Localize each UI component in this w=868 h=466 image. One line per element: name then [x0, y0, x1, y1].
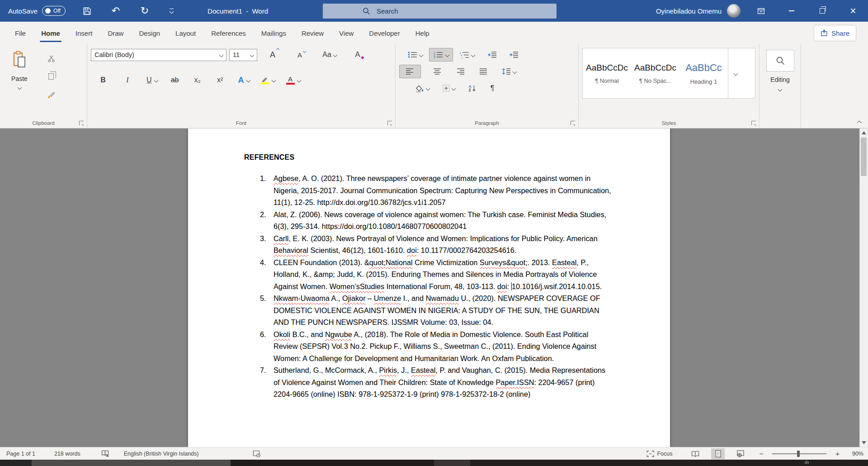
increase-indent-button[interactable] — [507, 48, 521, 62]
zoom-slider[interactable] — [772, 453, 826, 454]
tab-developer[interactable]: Developer — [361, 22, 407, 44]
scroll-up-arrow-icon[interactable] — [862, 131, 866, 134]
bullets-button[interactable] — [406, 48, 425, 62]
tab-insert[interactable]: Insert — [68, 22, 100, 44]
ribbon-display-options-icon — [757, 7, 765, 15]
redo-button[interactable]: ↻ — [135, 2, 154, 20]
focus-mode-button[interactable]: Focus — [646, 451, 672, 457]
share-button[interactable]: Share — [814, 25, 856, 41]
styles-more-button[interactable] — [728, 48, 743, 98]
tab-layout[interactable]: Layout — [168, 22, 203, 44]
tab-help[interactable]: Help — [408, 22, 437, 44]
editing-button[interactable] — [766, 50, 794, 71]
title-bar: AutoSave Off ↶ ↻ Document1 - Word Search… — [0, 0, 868, 22]
chevron-down-icon — [154, 78, 158, 82]
page-number-status[interactable]: Page 1 of 1 — [6, 451, 35, 457]
shading-button[interactable] — [413, 81, 432, 95]
italic-button[interactable]: I — [120, 73, 135, 87]
tab-label: Developer — [369, 29, 400, 37]
ribbon-display-options-button[interactable] — [750, 0, 771, 22]
tab-mailings[interactable]: Mailings — [254, 22, 294, 44]
zoom-in-button[interactable]: + — [835, 450, 840, 457]
font-size-value: 11 — [233, 51, 240, 58]
tab-references[interactable]: References — [203, 22, 254, 44]
tab-view[interactable]: View — [331, 22, 361, 44]
line-spacing-button[interactable] — [500, 65, 519, 78]
tab-review[interactable]: Review — [294, 22, 331, 44]
shrink-font-button[interactable]: A — [291, 48, 309, 62]
superscript-button[interactable]: x² — [212, 73, 228, 87]
vertical-scrollbar[interactable] — [859, 128, 868, 447]
font-color-button[interactable]: A — [284, 73, 303, 87]
bold-button[interactable]: B — [95, 73, 111, 87]
multilevel-list-icon: 1ai — [459, 51, 469, 59]
restore-button[interactable] — [812, 0, 833, 22]
borders-button[interactable] — [440, 81, 458, 95]
word-count-status[interactable]: 218 words — [54, 451, 80, 457]
tab-file[interactable]: File — [7, 22, 33, 44]
tab-design[interactable]: Design — [131, 22, 168, 44]
reference-text: Nkwam-Uwaoma A., Ojiakor – Umenze I., an… — [274, 292, 613, 328]
font-name-select[interactable]: Calibri (Body) — [91, 49, 226, 61]
avatar[interactable] — [727, 4, 741, 18]
tab-draw[interactable]: Draw — [100, 22, 131, 44]
strikethrough-button[interactable]: ab — [167, 73, 183, 87]
collapse-ribbon-button[interactable] — [857, 121, 862, 125]
format-painter-button[interactable] — [44, 89, 58, 100]
style-heading-1[interactable]: AaBbCc Heading 1 — [679, 48, 728, 98]
paragraph-dialog-launcher[interactable] — [571, 121, 575, 125]
minimize-button[interactable] — [781, 0, 802, 22]
macro-recording-button[interactable] — [253, 450, 261, 457]
minimize-icon — [789, 10, 794, 11]
undo-button[interactable]: ↶ — [106, 2, 125, 20]
tab-home[interactable]: Home — [33, 22, 68, 44]
grow-font-button[interactable]: A — [264, 48, 282, 62]
zoom-level[interactable]: 90% — [852, 451, 863, 457]
font-dialog-launcher[interactable] — [387, 121, 392, 125]
save-button[interactable] — [77, 2, 96, 20]
underline-button[interactable]: U — [144, 73, 160, 87]
read-mode-button[interactable] — [689, 448, 702, 459]
show-formatting-marks-button[interactable]: ¶ — [486, 81, 499, 95]
copy-button[interactable] — [44, 71, 58, 82]
align-left-button[interactable] — [399, 65, 421, 78]
close-button[interactable]: × — [843, 0, 863, 22]
print-layout-button[interactable] — [711, 448, 725, 459]
search-input[interactable]: Search — [323, 4, 557, 19]
line-spacing-icon — [502, 68, 511, 75]
language-status[interactable]: English (British Virgin Islands) — [124, 451, 199, 457]
autosave-toggle[interactable]: Off — [42, 6, 66, 16]
zoom-out-button[interactable]: − — [759, 450, 763, 457]
subscript-button[interactable]: x₂ — [190, 73, 205, 87]
font-group: Calibri (Body) 11 A A Aa A◆ B I — [87, 44, 396, 128]
text-effects-button[interactable]: A — [236, 73, 252, 87]
style-no-spacing[interactable]: AaBbCcDc ¶ No Spac... — [631, 48, 679, 98]
sort-button[interactable]: A Z — [465, 81, 479, 95]
editing-label: Editing — [770, 76, 790, 83]
font-size-select[interactable]: 11 — [229, 49, 257, 61]
clipboard-dialog-launcher[interactable] — [79, 121, 84, 125]
decrease-indent-button[interactable] — [485, 48, 499, 62]
multilevel-list-button[interactable]: 1ai — [457, 48, 477, 62]
zoom-slider-thumb[interactable] — [797, 451, 800, 457]
align-center-button[interactable] — [430, 65, 444, 78]
decrease-indent-icon — [487, 51, 497, 58]
style-normal[interactable]: AaBbCcDc ¶ Normal — [583, 48, 631, 98]
align-right-button[interactable] — [453, 65, 467, 78]
clear-formatting-button[interactable]: A◆ — [349, 48, 367, 62]
justify-button[interactable] — [476, 65, 490, 78]
cut-button[interactable] — [44, 52, 58, 64]
document-page[interactable]: REFERENCES 1.Agbese, A. O. (2021). Three… — [188, 128, 670, 447]
change-case-button[interactable]: Aa — [318, 48, 341, 62]
numbering-button[interactable]: 123 — [429, 48, 453, 62]
customize-quick-access-button[interactable] — [163, 9, 179, 14]
web-layout-button[interactable] — [734, 448, 747, 459]
scrollbar-thumb[interactable] — [861, 138, 867, 176]
highlight-color-button[interactable] — [259, 73, 278, 87]
reference-text: Okoli B.C., and Ngwube A., (2018). The R… — [274, 328, 613, 365]
scroll-down-arrow-icon[interactable] — [862, 441, 866, 444]
chevron-down-icon — [426, 86, 430, 90]
styles-dialog-launcher[interactable] — [751, 121, 756, 125]
proofing-errors-button[interactable] — [101, 450, 109, 457]
paste-button[interactable]: Paste — [4, 48, 35, 112]
